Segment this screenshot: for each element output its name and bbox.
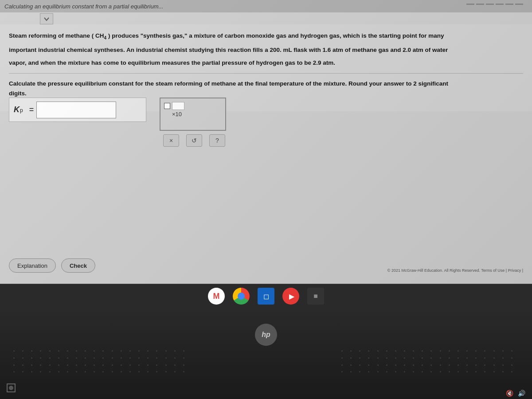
speaker-dot bbox=[430, 371, 432, 372]
speaker-dot bbox=[147, 364, 149, 366]
speaker-dot bbox=[440, 364, 441, 366]
title-line-2 bbox=[476, 4, 484, 5]
taskbar-app2-icon[interactable]: ■ bbox=[307, 288, 324, 305]
speaker-dot bbox=[458, 371, 459, 372]
speaker-dot bbox=[76, 371, 77, 372]
speaker-dot bbox=[502, 364, 504, 366]
speaker-dot bbox=[440, 371, 441, 372]
speaker-dot bbox=[85, 357, 86, 359]
taskbar-app1-icon[interactable]: ◻ bbox=[258, 288, 274, 305]
speaker-dot bbox=[94, 364, 95, 366]
divider bbox=[9, 73, 523, 74]
speaker-dot bbox=[58, 371, 59, 372]
speaker-dot bbox=[156, 364, 157, 366]
speaker-dot bbox=[493, 350, 495, 352]
speaker-dot bbox=[350, 371, 352, 372]
speaker-dot bbox=[511, 371, 512, 372]
sci-checkbox[interactable] bbox=[164, 103, 170, 109]
explanation-button[interactable]: Explanation bbox=[9, 258, 56, 273]
clear-button[interactable]: × bbox=[163, 134, 179, 147]
kp-expression-box: K p = bbox=[9, 98, 146, 122]
speaker-dot bbox=[138, 371, 140, 372]
speaker-dot bbox=[404, 364, 405, 366]
copyright-text: © 2021 McGraw-Hill Education. All Rights… bbox=[387, 268, 523, 273]
chevron-down-icon bbox=[43, 17, 50, 21]
speaker-dot bbox=[350, 364, 352, 366]
speaker-dot bbox=[22, 364, 23, 366]
speaker-dot bbox=[466, 371, 468, 372]
speaker-dot bbox=[102, 364, 104, 366]
speaker-dot bbox=[430, 350, 432, 352]
speaker-dot bbox=[359, 350, 360, 352]
check-button[interactable]: Check bbox=[61, 258, 95, 273]
speaker-dot bbox=[31, 350, 32, 352]
title-line-1 bbox=[466, 4, 474, 5]
speaker-dot bbox=[112, 364, 113, 366]
speaker-dot bbox=[13, 371, 15, 372]
speaker-dot bbox=[466, 350, 468, 352]
taskbar-chrome-icon[interactable] bbox=[233, 288, 250, 305]
speaker-dot bbox=[341, 371, 343, 372]
speaker-dot bbox=[121, 364, 122, 366]
speaker-dot bbox=[121, 357, 122, 359]
help-button[interactable]: ? bbox=[209, 134, 225, 147]
right-speaker bbox=[341, 350, 519, 377]
app2-icon-symbol: ■ bbox=[313, 292, 318, 300]
problem-paragraph-2: important industrial chemical syntheses.… bbox=[9, 45, 523, 55]
undo-button[interactable]: ↺ bbox=[186, 134, 202, 147]
speaker-dot bbox=[102, 350, 104, 352]
title-line-4 bbox=[496, 4, 504, 5]
speaker-dot bbox=[449, 371, 450, 372]
speaker-dot bbox=[40, 357, 41, 359]
dropdown-button[interactable] bbox=[40, 13, 53, 24]
speaker-dot bbox=[40, 371, 41, 372]
speaker-dot bbox=[377, 357, 379, 359]
speaker-dot bbox=[13, 350, 15, 352]
speaker-dot bbox=[156, 350, 157, 352]
title-bar: Calculating an equilibrium constant from… bbox=[0, 0, 532, 12]
app1-icon-symbol: ◻ bbox=[263, 292, 269, 301]
play-symbol: ▶ bbox=[289, 292, 294, 301]
speaker-dot bbox=[31, 371, 32, 372]
taskbar-play-icon[interactable]: ▶ bbox=[282, 288, 299, 305]
speaker-dot bbox=[493, 357, 495, 359]
speaker-dot bbox=[511, 350, 512, 352]
speaker-dot bbox=[386, 357, 387, 359]
speaker-dot bbox=[183, 371, 184, 372]
speaker-dot bbox=[129, 371, 131, 372]
taskbar-gmail-icon[interactable]: M bbox=[208, 288, 225, 305]
speaker-dot bbox=[377, 364, 379, 366]
kp-label: K p bbox=[14, 105, 23, 114]
title-line-5 bbox=[505, 4, 513, 5]
speaker-dot bbox=[121, 350, 122, 352]
speaker-dot bbox=[174, 357, 176, 359]
speaker-dot bbox=[147, 371, 149, 372]
left-speaker bbox=[13, 350, 191, 377]
screen: Calculating an equilibrium constant from… bbox=[0, 0, 532, 284]
speaker-dot bbox=[76, 357, 77, 359]
answer-section: K p = ×10 bbox=[0, 98, 532, 147]
k-symbol: K bbox=[14, 105, 20, 114]
exponent-input[interactable] bbox=[172, 102, 184, 110]
speaker-dot bbox=[94, 371, 95, 372]
speaker-dot bbox=[440, 350, 441, 352]
question-text: Calculate the pressure equilibrium const… bbox=[9, 79, 523, 98]
gmail-letter: M bbox=[213, 292, 220, 301]
title-line-6 bbox=[515, 4, 523, 5]
speaker-dot bbox=[58, 350, 59, 352]
speaker-dot bbox=[458, 350, 459, 352]
kp-input-field[interactable] bbox=[36, 102, 116, 118]
speaker-dot bbox=[22, 371, 23, 372]
speaker-dot bbox=[493, 364, 495, 366]
speaker-dot bbox=[165, 350, 167, 352]
corner-icons: 🔇 🔊 bbox=[506, 390, 525, 397]
sci-notation-box: ×10 bbox=[160, 98, 226, 131]
speaker-dot bbox=[386, 350, 387, 352]
speaker-dot bbox=[85, 371, 86, 372]
power-dot bbox=[9, 386, 13, 390]
speaker-dot bbox=[350, 357, 352, 359]
laptop-shell: Calculating an equilibrium constant from… bbox=[0, 0, 532, 399]
speaker-dot bbox=[22, 357, 23, 359]
speaker-dot bbox=[67, 357, 68, 359]
speaker-dot bbox=[430, 364, 432, 366]
